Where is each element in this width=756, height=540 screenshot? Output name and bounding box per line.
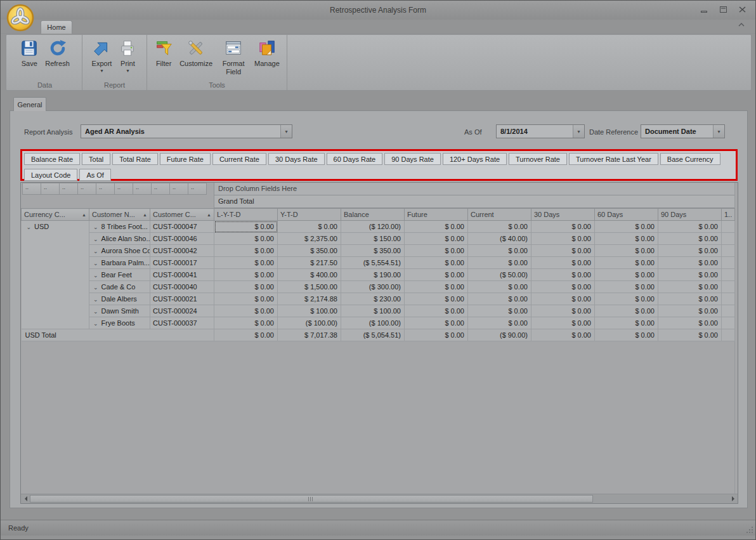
restore-button[interactable]: [719, 6, 727, 13]
customer-code-cell[interactable]: CUST-000047: [150, 221, 214, 233]
value-cell[interactable]: ($ 50.00): [468, 269, 531, 281]
value-cell[interactable]: $ 0.00: [214, 233, 278, 245]
tab-home[interactable]: Home: [41, 20, 72, 34]
field-chip[interactable]: Total: [82, 153, 110, 165]
customer-code-cell[interactable]: CUST-000021: [150, 293, 214, 305]
customer-name-cell[interactable]: ⌄Aurora Shoe Co: [89, 245, 150, 257]
row-field-button[interactable]: ..: [114, 183, 133, 195]
customer-code-cell[interactable]: CUST-000040: [150, 281, 214, 293]
value-cell[interactable]: $ 350.00: [341, 245, 405, 257]
total-value-cell[interactable]: ($ 5,054.51): [341, 329, 405, 341]
value-cell[interactable]: $ 0.00: [468, 221, 531, 233]
value-cell[interactable]: ($ 100.00): [278, 317, 341, 329]
row-field-button[interactable]: ..: [59, 183, 78, 195]
column-header-90-days[interactable]: 90 Days: [658, 209, 722, 221]
value-cell[interactable]: $ 100.00: [278, 305, 341, 317]
value-cell[interactable]: $ 0.00: [531, 281, 595, 293]
value-cell[interactable]: $ 0.00: [214, 221, 278, 233]
value-cell[interactable]: $ 0.00: [214, 317, 278, 329]
value-cell[interactable]: $ 230.00: [341, 293, 405, 305]
value-cell[interactable]: $ 0.00: [658, 233, 722, 245]
field-chip[interactable]: Total Rate: [112, 153, 158, 165]
customize-button[interactable]: Customize: [177, 37, 215, 69]
chevron-down-icon[interactable]: ⌄: [93, 224, 98, 230]
value-cell[interactable]: ($ 120.00): [341, 221, 405, 233]
chevron-down-icon[interactable]: ⌄: [93, 248, 98, 254]
column-header-1-[interactable]: 1..: [722, 209, 735, 221]
column-header-l-y-t-d[interactable]: L-Y-T-D: [214, 209, 278, 221]
chevron-down-icon[interactable]: ⌄: [93, 260, 98, 267]
value-cell[interactable]: $ 0.00: [595, 293, 658, 305]
value-cell[interactable]: $ 0.00: [405, 269, 468, 281]
save-button[interactable]: Save: [17, 37, 41, 69]
value-cell[interactable]: $ 0.00: [658, 281, 722, 293]
scroll-left-button[interactable]: [21, 494, 30, 503]
print-button[interactable]: Print ▾: [115, 37, 140, 75]
row-field-button[interactable]: ..: [169, 183, 188, 195]
value-cell[interactable]: $ 350.00: [278, 245, 341, 257]
value-cell[interactable]: $ 0.00: [214, 281, 278, 293]
value-cell[interactable]: $ 0.00: [278, 221, 341, 233]
tab-general[interactable]: General: [13, 97, 46, 111]
scroll-right-button[interactable]: [729, 494, 738, 503]
chevron-down-icon[interactable]: ⌄: [93, 320, 98, 327]
column-header-customer-code[interactable]: Customer C...▲: [150, 209, 214, 221]
value-cell[interactable]: $ 0.00: [405, 233, 468, 245]
value-cell[interactable]: $ 0.00: [468, 293, 531, 305]
chevron-down-icon[interactable]: ⌄: [93, 296, 98, 303]
refresh-button[interactable]: Refresh: [42, 37, 72, 69]
total-value-cell[interactable]: $ 0.00: [405, 329, 468, 341]
close-button[interactable]: [738, 6, 746, 13]
as-of-date-dropdown[interactable]: 8/1/2014 ▾: [496, 124, 585, 138]
customer-code-cell[interactable]: CUST-000041: [150, 269, 214, 281]
total-value-cell[interactable]: $ 0.00: [531, 329, 595, 341]
total-value-cell[interactable]: $ 0.00: [214, 329, 278, 341]
chevron-down-icon[interactable]: ⌄: [93, 284, 98, 291]
report-analysis-dropdown[interactable]: Aged AR Analysis ▾: [81, 124, 292, 138]
value-cell[interactable]: $ 0.00: [468, 281, 531, 293]
column-header-60-days[interactable]: 60 Days: [595, 209, 658, 221]
value-cell[interactable]: $ 0.00: [658, 269, 722, 281]
value-cell[interactable]: $ 0.00: [658, 305, 722, 317]
value-cell[interactable]: $ 0.00: [214, 269, 278, 281]
value-cell[interactable]: $ 0.00: [595, 221, 658, 233]
chevron-down-icon[interactable]: ▾: [280, 125, 292, 138]
row-field-button[interactable]: ..: [96, 183, 115, 195]
field-chip[interactable]: As Of: [79, 169, 111, 181]
value-cell[interactable]: $ 0.00: [214, 257, 278, 269]
customer-name-cell[interactable]: ⌄Frye Boots: [89, 317, 150, 329]
value-cell[interactable]: $ 0.00: [531, 257, 595, 269]
value-cell[interactable]: $ 0.00: [214, 305, 278, 317]
row-field-button[interactable]: ..: [22, 183, 41, 195]
total-value-cell[interactable]: $ 0.00: [658, 329, 722, 341]
column-header-future[interactable]: Future: [405, 209, 468, 221]
row-field-button[interactable]: ..: [133, 183, 152, 195]
customer-name-cell[interactable]: ⌄8 Tribes Foot...: [89, 221, 150, 233]
chevron-down-icon[interactable]: ⌄: [27, 224, 32, 230]
minimize-button[interactable]: [700, 6, 708, 13]
customer-code-cell[interactable]: CUST-000037: [150, 317, 214, 329]
value-cell[interactable]: $ 0.00: [531, 233, 595, 245]
value-cell[interactable]: $ 0.00: [595, 257, 658, 269]
row-field-button[interactable]: ..: [41, 183, 60, 195]
value-cell[interactable]: $ 0.00: [405, 305, 468, 317]
value-cell[interactable]: $ 400.00: [278, 269, 341, 281]
customer-code-cell[interactable]: CUST-000017: [150, 257, 214, 269]
value-cell[interactable]: $ 0.00: [214, 293, 278, 305]
value-cell[interactable]: ($ 300.00): [341, 281, 405, 293]
value-cell[interactable]: $ 0.00: [468, 245, 531, 257]
collapse-ribbon-icon[interactable]: [738, 22, 745, 27]
field-chip[interactable]: Current Rate: [212, 153, 266, 165]
field-chip[interactable]: Future Rate: [160, 153, 211, 165]
value-cell[interactable]: $ 2,375.00: [278, 233, 341, 245]
value-cell[interactable]: ($ 5,554.51): [341, 257, 405, 269]
chevron-down-icon[interactable]: ⌄: [93, 272, 98, 279]
format-field-button[interactable]: Format Field: [216, 37, 251, 77]
export-button[interactable]: Export ▾: [89, 37, 115, 75]
field-chip[interactable]: 30 Days Rate: [268, 153, 325, 165]
value-cell[interactable]: $ 0.00: [595, 245, 658, 257]
chevron-down-icon[interactable]: ▾: [713, 125, 724, 138]
total-value-cell[interactable]: $ 7,017.38: [278, 329, 341, 341]
value-cell[interactable]: $ 1,500.00: [278, 281, 341, 293]
value-cell[interactable]: $ 0.00: [595, 281, 658, 293]
